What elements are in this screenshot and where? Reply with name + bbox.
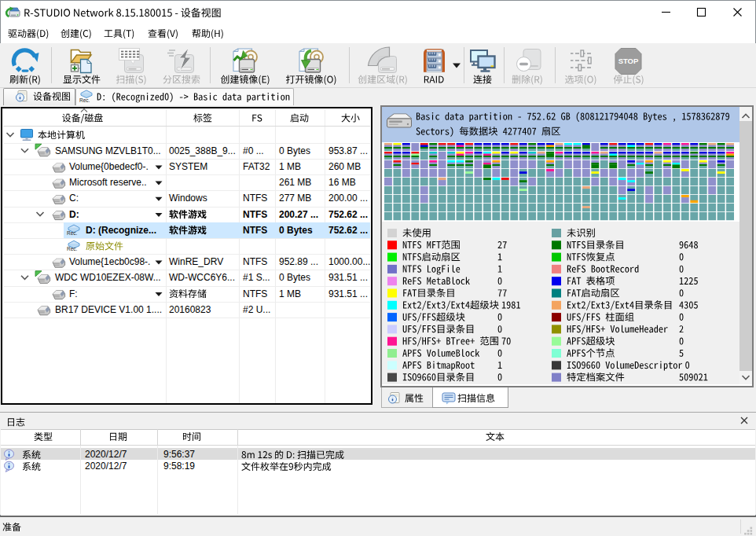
svg-text:Rec.: Rec. bbox=[67, 246, 78, 251]
svg-text:Rec.: Rec. bbox=[67, 230, 78, 236]
svg-text:STOP: STOP bbox=[618, 57, 639, 65]
svg-text:Rec.: Rec. bbox=[79, 97, 90, 103]
